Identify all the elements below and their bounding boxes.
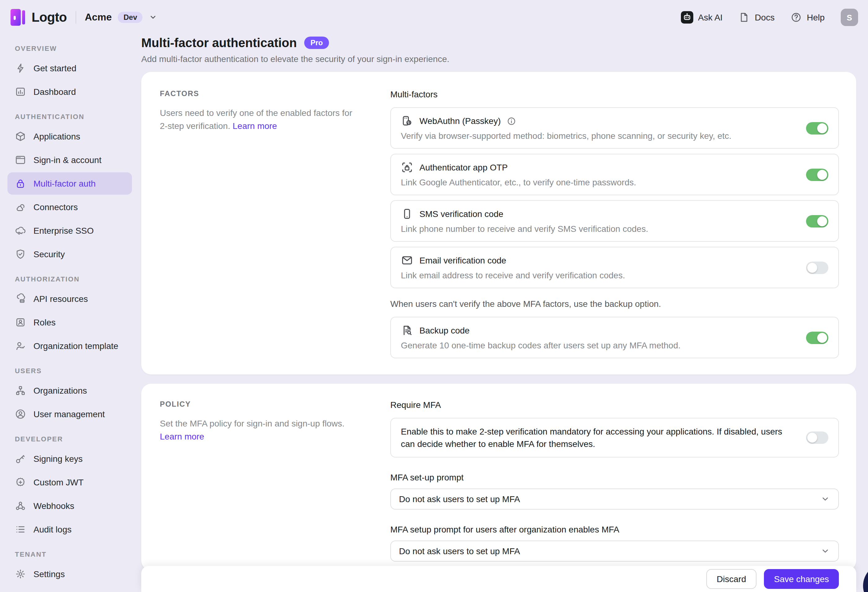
sidebar-item-get-started[interactable]: Get started — [7, 57, 132, 79]
sidebar-item-label: Multi-factor auth — [34, 179, 96, 188]
sidebar-item-label: Roles — [34, 317, 56, 327]
email-toggle[interactable] — [806, 261, 828, 274]
require-mfa-toggle[interactable] — [806, 431, 828, 444]
sidebar-item-security[interactable]: Security — [7, 243, 132, 265]
gear-icon — [15, 568, 26, 580]
sidebar-item-applications[interactable]: Applications — [7, 125, 132, 148]
policy-learn-more-link[interactable]: Learn more — [160, 431, 204, 441]
document-icon — [739, 12, 750, 23]
docs-button[interactable]: Docs — [739, 12, 775, 23]
sidebar-item-label: Organizations — [34, 386, 87, 395]
envelope-icon — [401, 254, 413, 266]
save-changes-button[interactable]: Save changes — [764, 569, 839, 589]
seal-plus-icon — [15, 477, 26, 488]
sidebar-item-webhooks[interactable]: Webhooks — [7, 495, 132, 517]
sidebar-item-enterprise-sso[interactable]: Enterprise SSO — [7, 219, 132, 242]
org-mfa-setup-prompt-value: Do not ask users to set up MFA — [399, 546, 520, 556]
sidebar-section-overview: OVERVIEW — [15, 44, 132, 52]
factors-learn-more-link[interactable]: Learn more — [233, 121, 277, 131]
logo[interactable]: Logto — [10, 8, 67, 27]
ask-ai-icon — [681, 11, 693, 24]
sidebar-item-user-management[interactable]: User management — [7, 403, 132, 425]
backup-note: When users can't verify the above MFA fa… — [390, 298, 839, 309]
sidebar-item-organization-template[interactable]: Organization template — [7, 335, 132, 357]
lightning-icon — [15, 63, 26, 74]
factor-row-webauthn: WebAuthn (Passkey) Verify via browser-su… — [390, 107, 839, 149]
sidebar-item-label: Dashboard — [34, 87, 76, 97]
factors-section-label: FACTORS — [160, 89, 355, 98]
browser-window-icon — [15, 154, 26, 166]
id-card-icon — [15, 317, 26, 328]
mfa-setup-prompt-value: Do not ask users to set up MFA — [399, 494, 520, 504]
policy-settings: Require MFA Enable this to make 2-step v… — [390, 400, 839, 562]
sidebar-item-roles[interactable]: Roles — [7, 311, 132, 333]
sidebar-item-custom-jwt[interactable]: Custom JWT — [7, 471, 132, 493]
mfa-setup-prompt-select[interactable]: Do not ask users to set up MFA — [390, 488, 839, 509]
factor-title: Email verification code — [419, 255, 506, 266]
logto-logo-icon — [10, 8, 26, 27]
require-mfa-description: Enable this to make 2-step verification … — [401, 425, 794, 450]
phone-icon — [401, 208, 413, 220]
cloud-box-icon — [15, 293, 26, 304]
shield-check-icon — [15, 249, 26, 260]
list-icon — [15, 524, 26, 535]
authenticator-otp-toggle[interactable] — [806, 168, 828, 181]
chevron-down-icon — [149, 13, 158, 22]
sidebar-item-organizations[interactable]: Organizations — [7, 379, 132, 402]
cube-icon — [15, 131, 26, 142]
require-mfa-label: Require MFA — [390, 400, 839, 410]
backup-code-toggle[interactable] — [806, 332, 828, 344]
ask-ai-label: Ask AI — [698, 12, 722, 22]
sidebar-item-dashboard[interactable]: Dashboard — [7, 81, 132, 103]
tenant-switcher[interactable]: Acme Dev — [85, 12, 158, 23]
sidebar-section-developer: DEVELOPER — [15, 435, 132, 443]
passkey-icon — [401, 115, 413, 127]
factor-row-email: Email verification code Link email addre… — [390, 247, 839, 288]
policy-card: POLICY Set the MFA policy for sign-in an… — [141, 384, 856, 570]
factor-row-authenticator-otp: Authenticator app OTP Link Google Authen… — [390, 154, 839, 195]
bar-chart-icon — [15, 86, 26, 97]
factor-description: Link email address to receive and verify… — [401, 270, 794, 281]
webhook-icon — [15, 500, 26, 511]
sidebar-item-label: API resources — [34, 294, 88, 304]
sidebar-item-settings[interactable]: Settings — [7, 563, 132, 585]
sidebar-item-signing-keys[interactable]: Signing keys — [7, 448, 132, 470]
docs-label: Docs — [755, 12, 775, 22]
sidebar-item-label: Webhooks — [34, 501, 74, 511]
factors-list: Multi-factors WebAuthn (Passkey) Verify … — [390, 89, 839, 363]
topbar-divider — [75, 11, 76, 24]
sidebar-section-tenant: TENANT — [15, 551, 132, 558]
action-bar: Discard Save changes — [141, 566, 856, 592]
info-icon[interactable] — [507, 116, 517, 126]
sms-toggle[interactable] — [806, 215, 828, 227]
main-content: Multi-factor authentication Pro Add mult… — [141, 35, 856, 592]
ask-ai-button[interactable]: Ask AI — [681, 11, 722, 24]
policy-section-description: Set the MFA policy for sign-in and sign-… — [160, 417, 355, 443]
sidebar-item-api-resources[interactable]: API resources — [7, 288, 132, 310]
sidebar-item-label: Organization template — [34, 341, 118, 351]
chat-bubble[interactable] — [863, 564, 868, 592]
org-mfa-setup-prompt-select[interactable]: Do not ask users to set up MFA — [390, 540, 839, 562]
cloud-key-icon — [15, 225, 26, 236]
factors-card: FACTORS Users need to verify one of the … — [141, 72, 856, 374]
help-button[interactable]: Help — [791, 12, 825, 23]
user-circle-icon — [15, 408, 26, 420]
factor-title: SMS verification code — [419, 208, 503, 219]
topbar: Logto Acme Dev Ask AI — [0, 0, 868, 35]
sidebar-item-connectors[interactable]: Connectors — [7, 196, 132, 218]
sidebar-item-audit-logs[interactable]: Audit logs — [7, 518, 132, 540]
webauthn-toggle[interactable] — [806, 122, 828, 134]
sidebar-section-authentication: AUTHENTICATION — [15, 113, 132, 120]
sidebar: OVERVIEW Get started Dashboard AUTHENTIC… — [0, 35, 139, 592]
avatar[interactable]: S — [841, 9, 858, 26]
sidebar-item-multi-factor-auth[interactable]: Multi-factor auth — [7, 172, 132, 195]
help-icon — [791, 12, 802, 23]
org-mfa-setup-prompt-label: MFA setup prompt for users after organiz… — [390, 524, 839, 534]
sidebar-item-sign-in-account[interactable]: Sign-in & account — [7, 149, 132, 171]
sidebar-item-label: Applications — [34, 132, 80, 141]
chevron-down-icon — [820, 494, 830, 504]
factor-row-sms: SMS verification code Link phone number … — [390, 200, 839, 242]
factors-card-intro: FACTORS Users need to verify one of the … — [160, 89, 355, 363]
sidebar-item-label: Connectors — [34, 202, 78, 212]
discard-button[interactable]: Discard — [706, 569, 757, 589]
